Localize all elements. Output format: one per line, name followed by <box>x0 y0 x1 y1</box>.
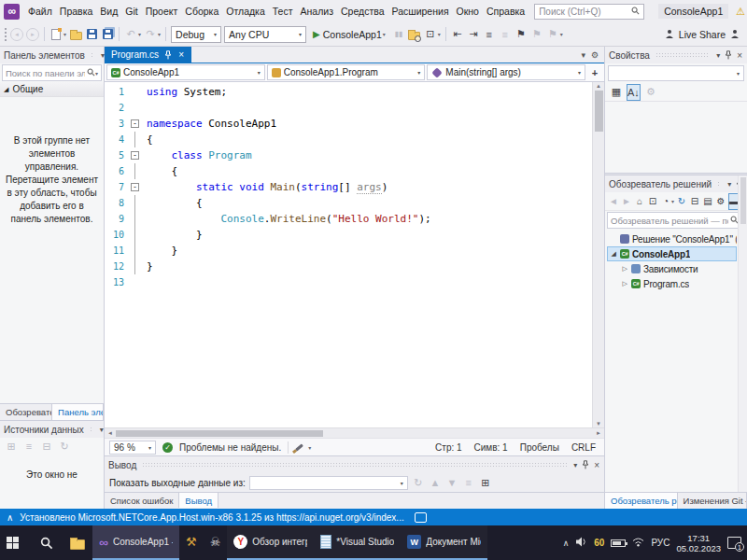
pending-changes-filter-icon-dropdown[interactable]: ▾ <box>671 198 674 204</box>
feedback-icon[interactable] <box>730 29 740 40</box>
left-dock-tab[interactable]: Обозревате... <box>0 404 52 420</box>
menu-item[interactable]: Правка <box>56 4 96 19</box>
solution-explorer-header[interactable]: Обозреватель решений ▾ × <box>605 175 747 192</box>
undo-dropdown-icon[interactable]: ▾ <box>138 31 141 37</box>
search-icon[interactable] <box>631 6 640 17</box>
properties-header[interactable]: Свойства ▾ × <box>605 47 747 63</box>
taskbar-item[interactable]: WДокумент Microso... <box>401 525 487 560</box>
combo-dropdown-icon[interactable]: ▾ <box>299 31 302 37</box>
tab-program-cs[interactable]: Program.cs × <box>105 47 191 63</box>
live-share-label[interactable]: Live Share <box>679 29 726 40</box>
clock[interactable]: 17:31 05.02.2023 <box>676 533 721 553</box>
editor-options-gear-icon[interactable]: ⚙ <box>591 50 599 60</box>
menu-item[interactable]: Git <box>121 4 141 19</box>
taskbar-item[interactable]: ☠ <box>204 525 228 560</box>
output-tab[interactable]: Вывод <box>179 493 218 508</box>
wifi-icon[interactable] <box>632 538 644 549</box>
menu-item[interactable]: Проект <box>142 4 182 19</box>
split-window-icon[interactable]: + <box>587 67 602 78</box>
home-icon[interactable]: ⌂ <box>634 193 645 210</box>
redo-dropdown-icon[interactable]: ▾ <box>158 31 161 37</box>
undo-icon[interactable]: ↶ <box>124 26 137 43</box>
quick-search-input[interactable] <box>539 7 631 17</box>
dropdown-icon[interactable]: ▾ <box>578 69 581 76</box>
comment-icon[interactable]: ≡ <box>483 26 496 43</box>
save-all-icon[interactable] <box>101 26 114 43</box>
char-indicator[interactable]: Симв: 1 <box>474 442 508 453</box>
right-dock-scrollbar[interactable] <box>738 175 747 492</box>
right-dock-tab[interactable]: Изменения Git — п... <box>678 493 747 509</box>
pause-icon[interactable]: ▮▮ <box>392 26 405 43</box>
switch-views-icon[interactable]: ⊡ <box>647 193 658 210</box>
start-button[interactable] <box>0 525 31 560</box>
solution-platform-combo[interactable]: Any CPU▾ <box>224 26 306 43</box>
toggle-word-wrap-icon[interactable]: ⊞ <box>479 474 492 491</box>
code-map-dropdown-icon[interactable]: ▾ <box>438 31 441 37</box>
pin-icon[interactable] <box>724 50 733 60</box>
pin-icon[interactable] <box>581 460 590 469</box>
tree-item-project[interactable]: ◢C#ConsoleApp1 <box>607 246 737 261</box>
taskbar-item[interactable]: *Visual Studio.txt -... <box>314 525 401 560</box>
outdent-icon[interactable]: ⇥ <box>467 26 480 43</box>
collapse-region-icon[interactable]: - <box>131 183 139 191</box>
solution-search-input[interactable] <box>611 216 728 226</box>
vertical-scrollbar[interactable]: ▲ ▼ <box>592 82 604 427</box>
taskbar-item[interactable]: ∞ConsoleApp1 - Mic... <box>92 525 179 560</box>
collapse-all-icon[interactable]: ⊟ <box>689 193 700 210</box>
refresh-icon[interactable]: ↻ <box>58 438 71 455</box>
goto-prev-message-icon[interactable]: ▲ <box>429 474 442 491</box>
navigate-forward-icon[interactable]: ► <box>26 28 39 41</box>
volume-icon[interactable] <box>575 537 587 549</box>
search-icon[interactable] <box>87 67 95 78</box>
line-indicator[interactable]: Стр: 1 <box>435 442 461 453</box>
alphabetical-sort-icon[interactable]: A↓ <box>627 84 641 101</box>
menu-item[interactable]: Тест <box>269 4 297 19</box>
code-cleanup-icon[interactable] <box>295 443 303 451</box>
menu-item[interactable]: Справка <box>483 4 529 19</box>
output-header[interactable]: Вывод ▾ × <box>105 456 604 473</box>
left-dock-tab[interactable]: Панель эле... <box>52 404 104 420</box>
close-icon[interactable]: × <box>736 50 743 61</box>
scrollbar-thumb[interactable] <box>116 430 323 437</box>
run-dropdown-icon[interactable]: ▾ <box>383 31 386 37</box>
line-ending-indicator[interactable]: CRLF <box>571 442 596 453</box>
toolbox-group-general[interactable]: ◢ Общие <box>0 82 104 97</box>
code-map-icon[interactable]: ⊡ <box>424 26 437 43</box>
menu-item[interactable]: Анализ <box>297 4 337 19</box>
outline-margin[interactable]: - <box>129 179 141 195</box>
code-text-area[interactable]: 1using System;23-namespace ConsoleApp14{… <box>105 82 592 427</box>
menu-item[interactable]: Средства <box>337 4 388 19</box>
save-icon[interactable] <box>85 26 98 43</box>
toolbox-search-input[interactable] <box>6 68 85 78</box>
menu-item[interactable]: Вид <box>96 4 121 19</box>
outline-margin[interactable]: - <box>129 116 141 132</box>
find-in-files-icon[interactable] <box>408 26 421 43</box>
collapse-region-icon[interactable]: - <box>131 151 139 160</box>
properties-object-combo[interactable]: ▾ <box>608 65 744 81</box>
next-bookmark-icon[interactable]: ⚑ <box>546 26 559 43</box>
scroll-down-icon[interactable]: ▼ <box>596 421 601 427</box>
goto-next-message-icon[interactable]: ▼ <box>445 474 458 491</box>
member-dropdown[interactable]: Main(string[] args) ▾ <box>427 64 585 80</box>
zoom-level-combo[interactable]: 96 % ▾ <box>109 441 156 455</box>
quick-search-box[interactable] <box>534 4 644 20</box>
scroll-left-icon[interactable]: ◄ <box>107 430 113 436</box>
edit-data-source-icon[interactable]: ≡ <box>22 438 35 455</box>
collapsed-arrow-icon[interactable]: ▷ <box>621 280 628 287</box>
toolbox-search-box[interactable]: ▾ <box>2 64 102 81</box>
combo-dropdown-icon[interactable]: ▾ <box>214 31 217 37</box>
dropdown-icon[interactable]: ▾ <box>737 70 740 77</box>
horizontal-scrollbar[interactable]: ◄ ► <box>105 427 604 438</box>
bookmarks-dropdown-icon[interactable]: ▾ <box>560 31 563 37</box>
solution-search-box[interactable]: ▾ <box>607 212 745 229</box>
open-file-icon[interactable] <box>69 26 82 43</box>
right-dock-tab[interactable]: Обозреватель реше... <box>605 493 678 509</box>
dropdown-icon[interactable]: ▾ <box>401 480 403 486</box>
refresh-output-icon[interactable]: ↻ <box>412 474 425 491</box>
taskbar-item[interactable]: YОбзор интегриров... <box>227 525 314 560</box>
battery-icon[interactable] <box>611 539 626 547</box>
notification-center-icon[interactable]: 1 <box>727 537 741 549</box>
forward-icon[interactable]: ► <box>621 193 632 210</box>
problems-status[interactable]: Проблемы не найдены. <box>179 442 281 453</box>
window-position-icon[interactable]: ▾ <box>99 426 105 434</box>
